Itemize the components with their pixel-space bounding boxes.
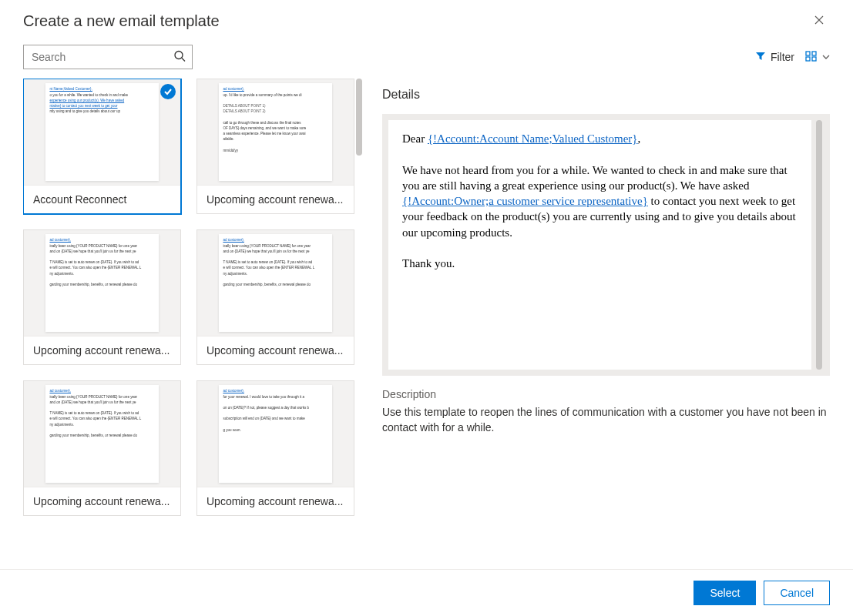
preview-area: Dear {!Account:Account Name;Valued Custo… — [382, 114, 830, 376]
preview-closing: Thank you. — [402, 256, 798, 271]
filter-icon — [755, 51, 766, 64]
template-card[interactable]: ad customer}, ically been using {YOUR PR… — [23, 229, 181, 365]
close-button[interactable] — [808, 11, 830, 31]
merge-token: {!Account:Owner;a customer service repre… — [402, 195, 648, 207]
scrollbar[interactable] — [816, 120, 822, 370]
preview-document[interactable]: Dear {!Account:Account Name;Valued Custo… — [388, 120, 811, 370]
template-card[interactable]: ad customer}, up. I'd like to provide a … — [196, 79, 354, 214]
preview-paragraph: We have not heard from you for a while. … — [402, 162, 798, 240]
merge-token: {!Account:Account Name;Valued Customer} — [428, 132, 638, 145]
details-heading: Details — [382, 88, 830, 102]
scrollbar[interactable] — [356, 79, 362, 156]
svg-rect-2 — [806, 52, 810, 55]
chevron-down-icon — [822, 51, 830, 63]
template-name: Upcoming account renewa... — [24, 487, 180, 515]
filter-label: Filter — [771, 51, 794, 63]
svg-rect-3 — [812, 52, 816, 55]
right-tools: Filter — [755, 51, 830, 64]
dialog-header: Create a new email template — [0, 0, 853, 38]
select-button[interactable]: Select — [693, 581, 756, 605]
template-card[interactable]: ad customer}, ically been using {YOUR PR… — [196, 229, 354, 365]
selected-badge — [160, 84, 176, 99]
description-text: Use this template to reopen the lines of… — [382, 405, 830, 435]
template-card[interactable]: ad customer}, for your renewal. I would … — [196, 380, 354, 516]
template-card[interactable]: nt Name;Valued Customer}, o you for a wh… — [23, 79, 181, 214]
dialog-footer: Select Cancel — [0, 569, 853, 616]
template-thumb: ad customer}, ically been using {YOUR PR… — [24, 230, 180, 336]
body: nt Name;Valued Customer}, o you for a wh… — [0, 79, 853, 564]
search-input[interactable] — [24, 45, 192, 69]
search-field-wrap — [23, 45, 193, 69]
dialog-title: Create a new email template — [23, 12, 220, 30]
view-grid-button[interactable] — [805, 51, 830, 64]
toolbar: Filter — [0, 38, 853, 79]
template-thumb: ad customer}, up. I'd like to provide a … — [197, 79, 354, 185]
template-list-pane[interactable]: nt Name;Valued Customer}, o you for a wh… — [23, 79, 362, 564]
cancel-button[interactable]: Cancel — [764, 581, 830, 605]
template-thumb: ad customer}, ically been using {YOUR PR… — [197, 230, 354, 336]
description-label: Description — [382, 388, 830, 400]
template-name: Upcoming account renewa... — [197, 487, 354, 515]
close-icon — [814, 15, 824, 25]
template-name: Upcoming account renewa... — [197, 185, 354, 213]
template-grid: nt Name;Valued Customer}, o you for a wh… — [23, 79, 354, 531]
filter-button[interactable]: Filter — [755, 51, 794, 64]
checkmark-icon — [163, 87, 173, 96]
details-pane: Details Dear {!Account:Account Name;Valu… — [382, 79, 830, 564]
template-thumb: ad customer}, ically been using {YOUR PR… — [24, 381, 180, 487]
grid-view-icon — [805, 51, 818, 64]
template-card[interactable]: ad customer}, ically been using {YOUR PR… — [23, 380, 181, 516]
svg-rect-5 — [812, 57, 816, 61]
svg-rect-4 — [806, 57, 810, 61]
template-name: Upcoming account renewa... — [197, 336, 354, 364]
template-thumb: nt Name;Valued Customer}, o you for a wh… — [24, 79, 180, 185]
template-thumb: ad customer}, for your renewal. I would … — [197, 381, 354, 487]
preview-greeting: Dear {!Account:Account Name;Valued Custo… — [402, 131, 798, 146]
template-name: Upcoming account renewa... — [24, 336, 180, 364]
template-name: Account Reconnect — [24, 185, 180, 213]
